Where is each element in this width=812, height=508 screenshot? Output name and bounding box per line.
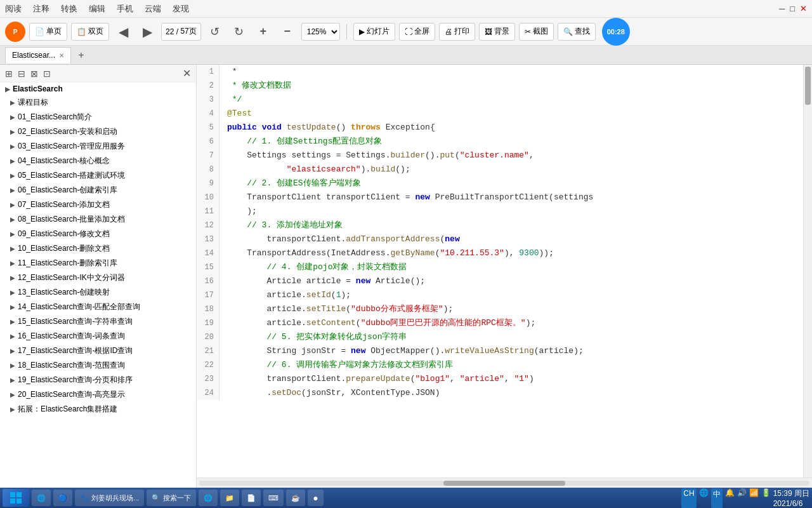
line-content: // 2. 创建ES传输客户端对象 <box>219 177 803 190</box>
expand-icon: ▶ <box>10 157 15 164</box>
tray-icons: CH 🌐 中 🔔 🔊 📶 🔋 15:39 周日2021/6/6 <box>681 488 809 508</box>
sidebar-item[interactable]: ▶ 06_ElasticSearch-创建索引库 <box>0 183 196 197</box>
taskbar-app1[interactable]: 🐾 刘姜胡兵现场... <box>75 490 144 506</box>
zoom-out-button[interactable]: − <box>277 22 298 42</box>
taskbar-chrome[interactable]: ● <box>308 490 323 506</box>
sidebar-item[interactable]: ▶ 拓展：ElasticSearch集群搭建 <box>0 402 196 417</box>
sidebar-item[interactable]: ▶ 15_ElasticSearch查询-字符串查询 <box>0 314 196 329</box>
taskbar-app4[interactable]: 📄 <box>242 490 261 506</box>
taskbar-browser-2[interactable]: 🔵 <box>53 490 72 506</box>
volume-tray[interactable]: 🔊 <box>737 488 747 508</box>
line-content: transportClient.addTransportAddress(new <box>219 232 803 246</box>
menu-annotate[interactable]: 注释 <box>33 3 49 15</box>
add-tab-button[interactable]: + <box>74 48 89 63</box>
search-button[interactable]: 🔍 查找 <box>558 23 596 41</box>
zoom-select[interactable]: 125% 100% 150% 75% <box>301 23 340 41</box>
forward-button[interactable]: ▶ <box>137 22 157 42</box>
back-button[interactable]: ◀ <box>113 22 133 42</box>
sidebar-icon-3[interactable]: ⊠ <box>30 69 38 79</box>
network-tray2[interactable]: 📶 <box>749 488 759 508</box>
sidebar-item[interactable]: ▶ 13_ElasticSearch-创建映射 <box>0 285 196 300</box>
sidebar-item[interactable]: ▶ 03_ElasticSearch-管理应用服务 <box>0 139 196 154</box>
code-line: 3 */ <box>197 93 803 107</box>
app5-icon: ⌨ <box>268 494 278 502</box>
line-content: String jsonStr = new ObjectMapper().writ… <box>219 344 803 358</box>
menu-read[interactable]: 阅读 <box>5 3 22 15</box>
zoom-in-button[interactable]: + <box>253 22 273 42</box>
sidebar-item[interactable]: ▶ 09_ElasticSearch-修改文档 <box>0 227 196 241</box>
taskbar-app6[interactable]: ☕ <box>286 490 305 506</box>
tab-close-button[interactable]: ✕ <box>59 52 64 59</box>
sidebar-item[interactable]: ▶ 12_ElasticSearch-IK中文分词器 <box>0 271 196 285</box>
taskbar-search[interactable]: 🔍 搜索一下 <box>147 490 196 506</box>
network-tray[interactable]: 🌐 <box>699 488 709 508</box>
lang-tray[interactable]: 中 <box>711 488 723 508</box>
sidebar-item[interactable]: ▶ 08_ElasticSearch-批量添加文档 <box>0 212 196 227</box>
menu-cloud[interactable]: 云端 <box>145 3 161 15</box>
line-number: 9 <box>197 177 219 190</box>
code-line: 12 // 3. 添加传递地址对象 <box>197 218 803 232</box>
sidebar-icon-4[interactable]: ⊡ <box>43 69 51 79</box>
sidebar-icon-1[interactable]: ⊞ <box>5 69 13 79</box>
close-icon[interactable]: ✕ <box>800 4 807 13</box>
taskbar-app2[interactable]: 🌐 <box>199 490 218 506</box>
sidebar-item[interactable]: ▶ 02_ElasticSearch-安装和启动 <box>0 124 196 139</box>
minimize-icon[interactable]: ─ <box>779 4 785 13</box>
maximize-icon[interactable]: □ <box>790 4 795 13</box>
vertical-scrollbar[interactable] <box>803 65 812 478</box>
update-tray[interactable]: 🔔 <box>725 488 735 508</box>
menu-discover[interactable]: 发现 <box>173 3 189 15</box>
sidebar-item[interactable]: ▶ 18_ElasticSearch查询-范围查询 <box>0 358 196 373</box>
page-info: 22 / 57页 <box>161 23 201 41</box>
taskbar-app3[interactable]: 📁 <box>220 490 239 506</box>
taskbar-browser-ie[interactable]: 🌐 <box>32 490 51 506</box>
menu-convert[interactable]: 转换 <box>61 3 77 15</box>
sidebar-item[interactable]: ▶ 04_ElasticSearch-核心概念 <box>0 154 196 168</box>
start-button[interactable] <box>3 489 29 507</box>
sidebar-item[interactable]: ▶ 17_ElasticSearch查询-根据ID查询 <box>0 344 196 358</box>
line-content: * <box>219 65 803 79</box>
sidebar-item[interactable]: ▶ 课程目标 <box>0 95 196 110</box>
double-page-button[interactable]: 📋 双页 <box>71 23 109 41</box>
background-icon: 🖼 <box>485 27 492 36</box>
menu-mobile[interactable]: 手机 <box>117 3 133 15</box>
sidebar-item[interactable]: ▶ 16_ElasticSearch查询-词条查询 <box>0 329 196 344</box>
redo-button[interactable]: ↻ <box>229 22 249 42</box>
chrome-icon: ● <box>313 493 318 503</box>
main-content: ⊞ ⊟ ⊠ ⊡ ✕ ▶ ElasticSearch ▶ 课程目标▶ 01_Ela… <box>0 65 812 488</box>
sidebar-item[interactable]: ▶ 10_ElasticSearch-删除文档 <box>0 241 196 256</box>
sidebar-item[interactable]: ▶ 14_ElasticSearch查询-匹配全部查询 <box>0 300 196 314</box>
expand-icon: ▶ <box>10 231 15 237</box>
sidebar-item[interactable]: ▶ 11_ElasticSearch-删除索引库 <box>0 256 196 271</box>
line-number: 20 <box>197 330 219 344</box>
keyboard-tray[interactable]: CH <box>681 488 696 508</box>
print-button[interactable]: 🖨 打印 <box>439 23 475 41</box>
code-line: 17 article.setId(1); <box>197 288 803 302</box>
battery-tray[interactable]: 🔋 <box>761 488 771 508</box>
sidebar-item[interactable]: ▶ 20_ElasticSearch查询-高亮显示 <box>0 387 196 402</box>
undo-button[interactable]: ↺ <box>205 22 225 42</box>
sidebar-item[interactable]: ▶ 05_ElasticSearch-搭建测试环境 <box>0 168 196 183</box>
slideshow-button[interactable]: ▶ 幻灯片 <box>353 23 395 41</box>
horizontal-scrollbar[interactable] <box>197 478 812 488</box>
fullscreen-button[interactable]: ⛶ 全屏 <box>399 23 435 41</box>
background-button[interactable]: 🖼 背景 <box>479 23 515 41</box>
line-number: 10 <box>197 190 219 204</box>
line-number: 11 <box>197 204 219 218</box>
sidebar-icon-2[interactable]: ⊟ <box>18 69 25 79</box>
expand-icon: ▶ <box>10 128 15 135</box>
line-content: // 3. 添加传递地址对象 <box>219 218 803 232</box>
screenshot-button[interactable]: ✂ 截图 <box>519 23 554 41</box>
taskbar-app5[interactable]: ⌨ <box>263 490 284 506</box>
sidebar-close-button[interactable]: ✕ <box>183 67 191 79</box>
active-tab[interactable]: Elasticsear... ✕ <box>5 47 71 64</box>
tab-bar: Elasticsear... ✕ + <box>0 46 812 65</box>
sidebar-root-item[interactable]: ▶ ElasticSearch <box>0 83 196 95</box>
sidebar-item[interactable]: ▶ 19_ElasticSearch查询-分页和排序 <box>0 373 196 387</box>
sidebar-item[interactable]: ▶ 01_ElasticSearch简介 <box>0 110 196 124</box>
single-page-button[interactable]: 📄 单页 <box>29 23 67 41</box>
line-number: 24 <box>197 386 219 400</box>
menu-edit[interactable]: 编辑 <box>89 3 105 15</box>
code-content[interactable]: 1 * 2 * 修改文档数据 3 */ 4 @Test 5 public voi… <box>197 65 803 478</box>
sidebar-item[interactable]: ▶ 07_ElasticSearch-添加文档 <box>0 197 196 212</box>
